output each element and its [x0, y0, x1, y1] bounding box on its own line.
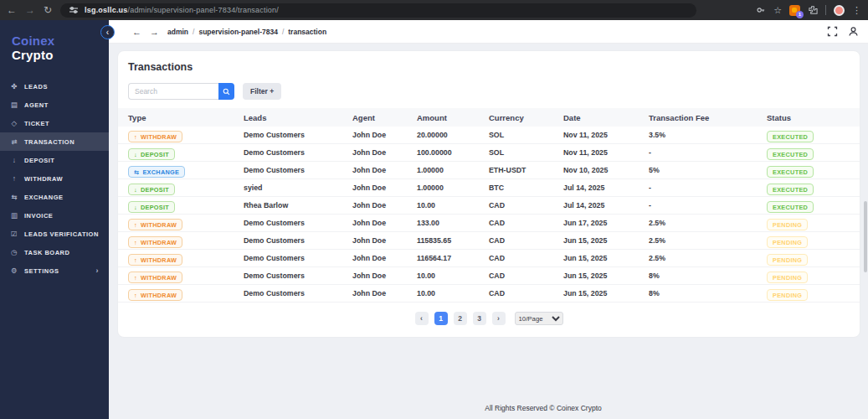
- password-manager-icon[interactable]: [756, 5, 766, 15]
- fullscreen-icon[interactable]: [827, 26, 838, 37]
- brand-logo[interactable]: Coinex Crypto: [0, 20, 109, 77]
- fee-cell: 8%: [649, 272, 767, 280]
- leads-cell: Demo Customers: [244, 272, 352, 280]
- deposit-arrow-icon: ↓: [134, 204, 137, 210]
- address-bar[interactable]: lsg.osllc.us/admin/supervision-panel-783…: [60, 3, 696, 18]
- bookmark-star-icon[interactable]: ☆: [773, 6, 782, 15]
- sidebar-item-invoice[interactable]: ▥INVOICE: [0, 206, 109, 225]
- table-row[interactable]: ↑WITHDRAWDemo CustomersJohn Doe10.00CADJ…: [118, 285, 860, 303]
- table-row[interactable]: ↑WITHDRAWDemo CustomersJohn Doe133.00CAD…: [118, 215, 860, 232]
- type-badge-withdraw[interactable]: ↑WITHDRAW: [128, 131, 182, 142]
- nav-forward-icon[interactable]: →: [150, 27, 159, 37]
- browser-toolbar: ← → ↻ lsg.osllc.us/admin/supervision-pan…: [0, 0, 868, 20]
- browser-forward-icon[interactable]: →: [25, 5, 35, 15]
- filter-button[interactable]: Filter +: [243, 83, 281, 100]
- browser-reload-icon[interactable]: ↻: [44, 5, 52, 15]
- breadcrumb-item[interactable]: transaction: [288, 28, 326, 36]
- scrollbar-thumb[interactable]: [864, 201, 867, 272]
- fee-cell: 8%: [649, 289, 767, 297]
- extensions-puzzle-icon[interactable]: [808, 5, 818, 15]
- type-badge-withdraw[interactable]: ↑WITHDRAW: [128, 289, 182, 301]
- pagination-page-2[interactable]: 2: [454, 312, 467, 325]
- task-board-icon: ◷: [10, 248, 18, 256]
- profile-avatar[interactable]: [834, 5, 845, 16]
- type-badge-deposit[interactable]: ↓DEPOSIT: [128, 184, 175, 195]
- nav-back-icon[interactable]: ←: [132, 27, 141, 37]
- page-size-select[interactable]: 10/Page: [515, 312, 563, 325]
- search-input[interactable]: [128, 83, 218, 100]
- browser-back-icon[interactable]: ←: [7, 5, 17, 15]
- sidebar-item-ticket[interactable]: ◇TICKET: [0, 114, 109, 132]
- amount-cell: 1.00000: [417, 184, 489, 192]
- sidebar-item-deposit[interactable]: ↓DEPOSIT: [0, 151, 109, 169]
- currency-cell: CAD: [489, 289, 563, 297]
- date-cell: Nov 11, 2025: [563, 148, 649, 157]
- sidebar-item-transaction[interactable]: ⇄TRANSACTION: [0, 132, 109, 151]
- amount-cell: 10.00: [417, 201, 489, 210]
- type-label: DEPOSIT: [141, 152, 169, 158]
- type-badge-deposit[interactable]: ↓DEPOSIT: [128, 148, 175, 160]
- table-row[interactable]: ↓DEPOSITsyiedJohn Doe1.00000BTCJul 14, 2…: [118, 179, 860, 197]
- breadcrumb-item[interactable]: admin: [167, 28, 188, 36]
- date-cell: Jul 14, 2025: [563, 201, 649, 210]
- currency-cell: BTC: [489, 184, 563, 192]
- exchange-arrow-icon: ⇆: [134, 169, 139, 175]
- table-row[interactable]: ⇆EXCHANGEDemo CustomersJohn Doe1.00000ET…: [118, 162, 860, 179]
- type-badge-withdraw[interactable]: ↑WITHDRAW: [128, 272, 182, 283]
- pagination-prev-button[interactable]: ‹: [415, 312, 429, 325]
- sidebar-item-exchange[interactable]: ⇆EXCHANGE: [0, 188, 109, 206]
- url-path: /admin/supervision-panel-7834/transactio…: [127, 6, 279, 14]
- fee-cell: 5%: [649, 166, 767, 174]
- breadcrumb-separator: /: [193, 28, 194, 36]
- withdraw-arrow-icon: ↑: [134, 240, 137, 246]
- table-row[interactable]: ↑WITHDRAWDemo CustomersJohn Doe10.00CADJ…: [118, 267, 860, 285]
- table-row[interactable]: ↑WITHDRAWDemo CustomersJohn Doe116564.17…: [118, 250, 860, 267]
- currency-cell: SOL: [489, 148, 563, 157]
- table-row[interactable]: ↓DEPOSITRhea BarlowJohn Doe10.00CADJul 1…: [118, 197, 860, 215]
- table-row[interactable]: ↓DEPOSITDemo CustomersJohn Doe100.00000S…: [118, 144, 860, 162]
- sidebar-collapse-button[interactable]: ‹: [100, 25, 115, 39]
- sidebar-item-leads-verification[interactable]: ☑LEADS VERIFICATION: [0, 225, 109, 243]
- url-text: lsg.osllc.us/admin/supervision-panel-783…: [85, 6, 279, 14]
- sidebar-item-label: AGENT: [24, 101, 49, 109]
- site-settings-icon[interactable]: [69, 5, 79, 15]
- sidebar-nav: ✤LEADS▤AGENT◇TICKET⇄TRANSACTION↓DEPOSIT↑…: [0, 77, 109, 280]
- pagination-page-1[interactable]: 1: [434, 312, 448, 325]
- status-badge-executed: EXECUTED: [767, 184, 814, 195]
- type-badge-withdraw[interactable]: ↑WITHDRAW: [128, 254, 182, 266]
- sidebar-item-agent[interactable]: ▤AGENT: [0, 96, 109, 114]
- sidebar-item-withdraw[interactable]: ↑WITHDRAW: [0, 169, 109, 188]
- active-extension-icon[interactable]: 1: [789, 5, 800, 16]
- table-row[interactable]: ↑WITHDRAWDemo CustomersJohn Doe20.00000S…: [118, 127, 860, 144]
- search-button[interactable]: [218, 83, 234, 100]
- settings-icon: ⚙: [10, 266, 18, 275]
- pagination-next-button[interactable]: ›: [492, 312, 506, 325]
- status-cell: EXECUTED: [767, 198, 860, 214]
- pagination-page-3[interactable]: 3: [473, 312, 486, 325]
- sidebar-item-task-board[interactable]: ◷TASK BOARD: [0, 243, 109, 261]
- breadcrumb-item[interactable]: supervision-panel-7834: [198, 28, 277, 36]
- leads-cell: Demo Customers: [244, 219, 352, 227]
- table-body: ↑WITHDRAWDemo CustomersJohn Doe20.00000S…: [118, 127, 860, 303]
- type-label: DEPOSIT: [141, 187, 169, 193]
- sidebar-item-leads[interactable]: ✤LEADS: [0, 77, 109, 96]
- invoice-icon: ▥: [10, 211, 18, 220]
- leads-verification-icon: ☑: [10, 230, 18, 238]
- browser-menu-icon[interactable]: ⋮: [852, 6, 861, 15]
- type-badge-withdraw[interactable]: ↑WITHDRAW: [128, 219, 182, 230]
- type-cell: ↑WITHDRAW: [118, 127, 244, 143]
- extension-badge: 1: [796, 11, 804, 18]
- amount-cell: 100.00000: [417, 148, 489, 157]
- sidebar-item-settings[interactable]: ⚙SETTINGS›: [0, 261, 109, 280]
- leads-cell: Rhea Barlow: [244, 201, 352, 210]
- currency-cell: CAD: [489, 254, 563, 262]
- currency-cell: SOL: [489, 131, 563, 139]
- user-profile-icon[interactable]: [848, 26, 859, 37]
- table-row[interactable]: ↑WITHDRAWDemo CustomersJohn Doe115835.65…: [118, 232, 860, 250]
- footer-text: All Rights Reserved © Coinex Crypto: [218, 404, 868, 412]
- agent-cell: John Doe: [352, 219, 417, 227]
- type-badge-deposit[interactable]: ↓DEPOSIT: [128, 201, 175, 213]
- type-badge-exchange[interactable]: ⇆EXCHANGE: [128, 166, 185, 178]
- type-badge-withdraw[interactable]: ↑WITHDRAW: [128, 236, 182, 248]
- amount-cell: 1.00000: [417, 166, 489, 174]
